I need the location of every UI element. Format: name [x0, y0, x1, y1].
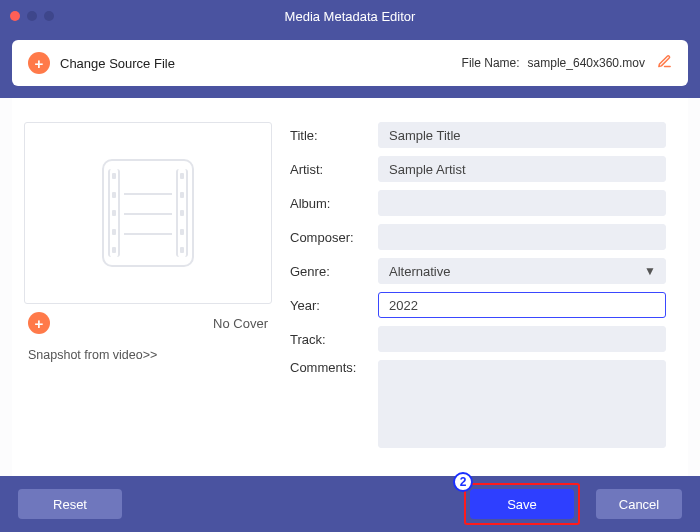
title-label: Title:: [290, 128, 368, 143]
track-input[interactable]: [378, 326, 666, 352]
header-inner: + Change Source File File Name: sample_6…: [12, 40, 688, 86]
comments-textarea[interactable]: [378, 360, 666, 448]
filename-label: File Name:: [462, 56, 520, 70]
year-input[interactable]: [378, 292, 666, 318]
album-label: Album:: [290, 196, 368, 211]
comments-label: Comments:: [290, 360, 368, 375]
edit-filename-icon[interactable]: [657, 54, 672, 73]
plus-icon[interactable]: +: [28, 52, 50, 74]
track-label: Track:: [290, 332, 368, 347]
composer-label: Composer:: [290, 230, 368, 245]
no-cover-row: + No Cover: [24, 304, 272, 342]
genre-label: Genre:: [290, 264, 368, 279]
cover-preview[interactable]: [24, 122, 272, 304]
editor-body: + No Cover Snapshot from video>> Title: …: [12, 98, 688, 476]
reset-button[interactable]: Reset: [18, 489, 122, 519]
cover-column: + No Cover Snapshot from video>>: [24, 122, 272, 476]
no-cover-label: No Cover: [213, 316, 268, 331]
genre-select[interactable]: [378, 258, 666, 284]
filename-value: sample_640x360.mov: [528, 56, 645, 70]
artist-label: Artist:: [290, 162, 368, 177]
metadata-form: Title: Artist: Album: Composer: Genre: ▼: [290, 122, 676, 476]
maximize-window-icon[interactable]: [44, 11, 54, 21]
footer-bar: Reset 2 Save Cancel: [0, 476, 700, 532]
media-metadata-editor-window: Media Metadata Editor + Change Source Fi…: [0, 0, 700, 532]
artist-input[interactable]: [378, 156, 666, 182]
year-label: Year:: [290, 298, 368, 313]
window-title: Media Metadata Editor: [285, 9, 416, 24]
save-button[interactable]: Save: [470, 489, 574, 519]
album-input[interactable]: [378, 190, 666, 216]
callout-number-badge: 2: [453, 472, 473, 492]
film-placeholder-icon: [102, 159, 194, 267]
window-controls: [10, 11, 54, 21]
change-source-file-link[interactable]: Change Source File: [60, 56, 175, 71]
close-window-icon[interactable]: [10, 11, 20, 21]
add-cover-icon[interactable]: +: [28, 312, 50, 334]
minimize-window-icon[interactable]: [27, 11, 37, 21]
header-bar: + Change Source File File Name: sample_6…: [0, 32, 700, 98]
cancel-button[interactable]: Cancel: [596, 489, 682, 519]
save-highlight-box: 2 Save: [464, 483, 580, 525]
title-input[interactable]: [378, 122, 666, 148]
composer-input[interactable]: [378, 224, 666, 250]
titlebar: Media Metadata Editor: [0, 0, 700, 32]
snapshot-from-video-link[interactable]: Snapshot from video>>: [24, 348, 272, 362]
